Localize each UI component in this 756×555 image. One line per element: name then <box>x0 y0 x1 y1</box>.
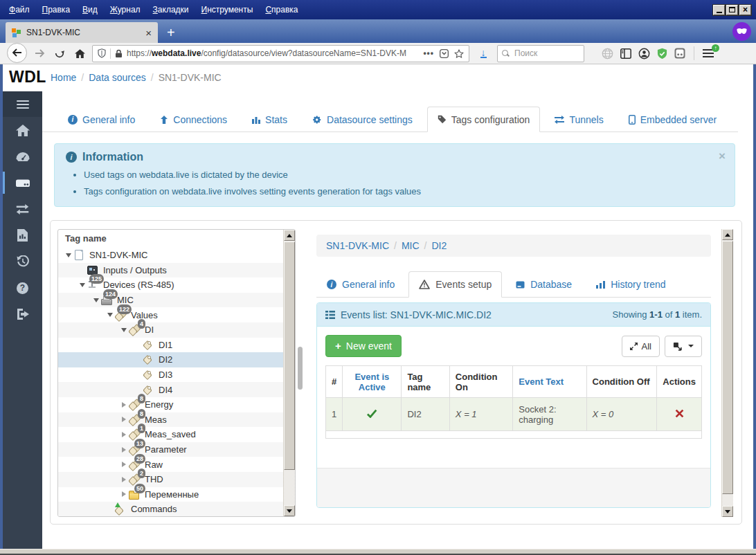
detail-tab-general-info[interactable]: iGeneral info <box>316 271 405 298</box>
info-close-icon[interactable]: × <box>719 149 726 163</box>
scroll-down-icon[interactable] <box>284 505 295 516</box>
tree-scrollbar[interactable] <box>283 230 295 516</box>
tree-item-mic[interactable]: 124MIC <box>58 293 295 308</box>
tree-expand-icon[interactable] <box>119 462 128 467</box>
tree-item-values[interactable]: 122Values <box>58 307 295 322</box>
sidebar-item-datasources[interactable] <box>3 170 42 196</box>
menubar-item-правка[interactable]: Правка <box>36 2 77 17</box>
event-text-link[interactable]: Socket 2: charging <box>513 398 586 431</box>
tree-item-di4[interactable]: DI4 <box>58 382 295 397</box>
tab-embedded-server[interactable]: Embedded server <box>618 107 728 132</box>
detail-scrollbar-thumb[interactable] <box>722 241 733 494</box>
tree-expand-icon[interactable] <box>119 417 128 422</box>
tab-general-info[interactable]: iGeneral info <box>57 107 145 132</box>
tree-item-meas-saved[interactable]: 1Meas_saved <box>58 427 295 442</box>
tree-expand-icon[interactable] <box>119 402 128 408</box>
menubar-item-файл[interactable]: Файл <box>3 2 36 17</box>
tag-breadcrumb-mic[interactable]: MIC <box>402 240 420 251</box>
outer-scrollbar-thumb[interactable] <box>298 347 303 390</box>
new-event-button[interactable]: + New event <box>325 335 402 357</box>
sidebar-toggle-icon[interactable] <box>620 48 631 59</box>
tree-item-di2[interactable]: DI2 <box>58 352 295 367</box>
tab-close-icon[interactable]: × <box>145 27 152 39</box>
tree-expand-icon[interactable] <box>119 447 128 453</box>
tree-item-parameter[interactable]: 13Parameter <box>58 442 295 457</box>
delete-event-cell[interactable] <box>657 398 702 431</box>
forward-button[interactable] <box>32 46 47 61</box>
sidebar-item-home[interactable] <box>3 117 42 143</box>
detail-scrollbar[interactable] <box>721 229 733 517</box>
scroll-down-icon[interactable] <box>722 506 733 517</box>
tree-collapse-icon[interactable] <box>119 328 128 332</box>
account-icon[interactable] <box>638 48 650 60</box>
tree-item-energy[interactable]: 8Energy <box>58 397 295 412</box>
close-button[interactable]: × <box>739 5 751 15</box>
maximize-button[interactable] <box>726 5 738 15</box>
page-actions-icon[interactable]: ••• <box>423 48 434 58</box>
new-tab-button[interactable]: + <box>158 22 184 43</box>
detail-tab-history-trend[interactable]: History trend <box>586 271 676 298</box>
sidebar-item-reports[interactable] <box>3 222 42 248</box>
detail-tab-database[interactable]: Database <box>505 271 582 298</box>
menubar-item-закладки[interactable]: Закладки <box>147 2 195 17</box>
home-button[interactable] <box>72 46 87 61</box>
tree-item-di[interactable]: 4DI <box>58 322 295 338</box>
tree-scrollbar-thumb[interactable] <box>284 242 295 470</box>
tree-item-commands[interactable]: Commands <box>58 502 295 517</box>
sidebar-item-history[interactable] <box>3 248 42 275</box>
expand-all-button[interactable]: All <box>622 336 660 357</box>
app-menu-button[interactable]: ↑ <box>703 48 715 58</box>
tab-datasource-settings[interactable]: Datasource settings <box>302 107 423 132</box>
browser-tab[interactable]: SN1-DVK-MIC × <box>6 22 158 43</box>
minimize-button[interactable] <box>713 5 725 15</box>
tree-item-di3[interactable]: DI3 <box>58 367 295 383</box>
tab-connections[interactable]: Connections <box>150 107 237 132</box>
tree-collapse-icon[interactable] <box>78 283 87 287</box>
bookmark-star-icon[interactable] <box>454 49 464 58</box>
containers-icon[interactable] <box>674 48 685 59</box>
tree-item-thd[interactable]: 2THD <box>58 472 295 487</box>
tree-expand-icon[interactable] <box>119 432 128 437</box>
menubar-item-журнал[interactable]: Журнал <box>104 2 147 17</box>
search-bar[interactable] <box>497 45 584 62</box>
tag-breadcrumb-di2[interactable]: DI2 <box>431 240 447 251</box>
column-header-event-is-active[interactable]: Event is Active <box>343 366 402 398</box>
detail-tab-events-setup[interactable]: Events setup <box>408 271 502 298</box>
globe-icon[interactable] <box>602 48 613 60</box>
adblock-shield-icon[interactable] <box>657 48 667 60</box>
column-header-event-text[interactable]: Event Text <box>513 366 586 398</box>
sidebar-item-dashboard[interactable] <box>3 143 42 170</box>
breadcrumb-data-sources[interactable]: Data sources <box>89 72 145 83</box>
event-tag-link[interactable]: DI2 <box>402 398 449 431</box>
tab-tunnels[interactable]: Tunnels <box>544 107 613 132</box>
tab-stats[interactable]: Stats <box>242 107 298 132</box>
back-button[interactable] <box>7 43 27 63</box>
tree-item-sn1-dvk-mic[interactable]: SN1-DVK-MIC <box>58 248 295 263</box>
tree-item-di1[interactable]: DI1 <box>58 338 295 353</box>
event-active-cell[interactable] <box>343 398 402 431</box>
sidebar-item-logout[interactable] <box>3 301 42 327</box>
export-button[interactable] <box>665 336 702 357</box>
breadcrumb-home[interactable]: Home <box>51 72 76 83</box>
menubar-item-вид[interactable]: Вид <box>76 2 104 17</box>
tree-collapse-icon[interactable] <box>91 298 100 302</box>
download-button[interactable]: ↓ <box>474 48 492 58</box>
url-bar[interactable]: https://webdata.live/config/datasource/v… <box>92 45 469 62</box>
tree-item-переменные[interactable]: 50Переменные <box>58 487 295 502</box>
tree-expand-icon[interactable] <box>119 491 128 497</box>
tag-breadcrumb-sn1-dvk-mic[interactable]: SN1-DVK-MIC <box>326 240 389 251</box>
tree-collapse-icon[interactable] <box>64 253 73 257</box>
scroll-up-icon[interactable] <box>284 230 295 241</box>
sidebar-toggle-button[interactable] <box>3 91 42 117</box>
reload-button[interactable] <box>52 46 67 61</box>
scroll-up-icon[interactable] <box>722 229 733 240</box>
pocket-icon[interactable] <box>440 49 449 58</box>
search-input[interactable] <box>513 48 579 59</box>
tab-tags-configuration[interactable]: Tags configuration <box>427 107 541 132</box>
tree-expand-icon[interactable] <box>119 477 128 482</box>
menubar-item-инструменты[interactable]: Инструменты <box>195 2 260 17</box>
tree-item-devices-rs-485[interactable]: 125Devices (RS-485) <box>58 278 295 293</box>
sidebar-item-transfer[interactable] <box>3 196 42 222</box>
tree-item-raw[interactable]: 28Raw <box>58 457 295 472</box>
menubar-item-справка[interactable]: Справка <box>259 2 304 17</box>
